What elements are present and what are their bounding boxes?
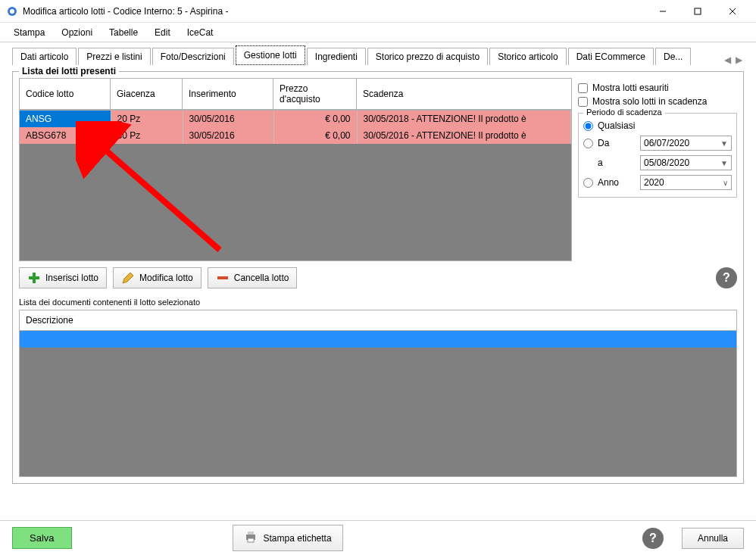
cell-ins: 30/05/2016 [183, 127, 273, 144]
cell-code: ABSG678 [20, 127, 111, 144]
date-from[interactable]: 06/07/2020 ▼ [640, 136, 732, 151]
docs-selected-row[interactable] [20, 331, 736, 348]
print-label-button[interactable]: Stampa etichetta [233, 525, 343, 551]
bottombar: Salva Stampa etichetta ? Annulla [0, 520, 756, 555]
menu-edit[interactable]: Edit [147, 24, 178, 41]
filter-panel: Mostra lotti esauriti Mostra solo lotti … [578, 78, 737, 261]
cell-qty: 20 Pz [111, 111, 183, 127]
tab-scroll-right-icon[interactable]: ▶ [734, 55, 744, 65]
edit-lot-button[interactable]: Modifica lotto [113, 267, 201, 288]
minimize-button[interactable] [645, 0, 680, 23]
titlebar: Modifica articolo lotti - Codice Interno… [0, 0, 756, 23]
close-button[interactable] [715, 0, 750, 23]
insert-lot-button[interactable]: Inserisci lotto [19, 267, 107, 288]
lots-table: Codice lotto Giacenza Inserimento Prezzo… [19, 78, 572, 110]
tab-scroll-left-icon[interactable]: ◀ [723, 55, 733, 65]
svg-rect-9 [217, 276, 228, 279]
window-title: Modifica articolo lotti - Codice Interno… [23, 6, 645, 17]
cell-price: € 0,00 [273, 111, 357, 127]
cell-qty: 30 Pz [111, 127, 183, 144]
tab-ecommerce[interactable]: Dati ECommerce [568, 48, 654, 65]
cell-ins: 30/05/2016 [183, 111, 273, 127]
year-select[interactable]: 2020 ∨ [640, 175, 732, 190]
lots-legend: Lista dei lotti presenti [19, 66, 119, 76]
tab-storico-prezzo[interactable]: Storico prezzo di acquisto [367, 48, 488, 65]
col-giacenza[interactable]: Giacenza [111, 79, 183, 110]
label-any: Qualsiasi [598, 120, 636, 131]
save-button[interactable]: Salva [12, 527, 72, 549]
svg-point-1 [10, 9, 14, 14]
minus-icon [216, 271, 230, 285]
svg-rect-12 [248, 538, 254, 542]
menu-tabelle[interactable]: Tabelle [102, 24, 145, 41]
cell-exp: 30/05/2018 - ATTENZIONE! Il prodotto è [357, 111, 571, 127]
help-button[interactable]: ? [716, 267, 737, 288]
label-to: a [598, 157, 636, 168]
chevron-down-icon: ∨ [723, 179, 728, 187]
label-year: Anno [598, 177, 636, 188]
cell-price: € 0,00 [273, 127, 357, 144]
checkbox-expiring[interactable] [578, 97, 588, 107]
label-from: Da [598, 138, 636, 148]
docs-table: Descrizione [19, 310, 737, 477]
chevron-down-icon: ▼ [720, 139, 728, 148]
svg-rect-7 [29, 276, 39, 279]
maximize-button[interactable] [680, 0, 715, 23]
svg-rect-3 [695, 8, 701, 14]
tab-ingredienti[interactable]: Ingredienti [307, 48, 366, 65]
col-inserimento[interactable]: Inserimento [183, 79, 273, 110]
docs-label: Lista dei documenti contenenti il lotto … [19, 295, 737, 310]
tabbar: Dati articolo Prezzi e listini Foto/Desc… [0, 42, 756, 65]
cancel-button[interactable]: Annulla [682, 528, 744, 549]
menu-icecat[interactable]: IceCat [180, 24, 221, 41]
date-to[interactable]: 05/08/2020 ▼ [640, 155, 732, 170]
tab-dati-articolo[interactable]: Dati articolo [12, 48, 77, 65]
cell-code: ANSG [20, 111, 111, 127]
table-row[interactable]: ANSG 20 Pz 30/05/2016 € 0,00 30/05/2018 … [20, 111, 571, 127]
checkbox-exhausted[interactable] [578, 83, 588, 93]
cell-exp: 30/05/2016 - ATTENZIONE! Il prodotto è [357, 127, 571, 144]
lots-fieldset: Lista dei lotti presenti Codice lotto Gi… [12, 71, 744, 484]
radio-from[interactable] [583, 139, 593, 148]
col-codice[interactable]: Codice lotto [20, 79, 111, 110]
delete-lot-button[interactable]: Cancella lotto [208, 267, 298, 288]
help-button-bottom[interactable]: ? [642, 528, 664, 549]
radio-any[interactable] [583, 121, 593, 131]
tab-prezzi[interactable]: Prezzi e listini [78, 48, 150, 65]
radio-year[interactable] [583, 178, 593, 188]
tab-foto[interactable]: Foto/Descrizioni [152, 48, 234, 65]
pencil-icon [121, 271, 135, 285]
menu-stampa[interactable]: Stampa [6, 24, 52, 41]
svg-rect-11 [248, 532, 254, 535]
col-prezzo[interactable]: Prezzo d'acquisto [273, 79, 357, 110]
chevron-down-icon: ▼ [720, 159, 728, 167]
docs-column-header[interactable]: Descrizione [20, 310, 736, 331]
app-icon [6, 5, 18, 17]
printer-icon [244, 530, 258, 546]
menu-opzioni[interactable]: Opzioni [54, 24, 100, 41]
menubar: Stampa Opzioni Tabelle Edit IceCat [0, 23, 756, 42]
tab-truncated[interactable]: De... [655, 48, 691, 65]
tab-storico-articolo[interactable]: Storico articolo [489, 48, 566, 65]
tab-gestione-lotti[interactable]: Gestione lotti [236, 45, 305, 65]
svg-marker-8 [123, 273, 133, 283]
plus-icon [27, 271, 41, 285]
label-exhausted: Mostra lotti esauriti [592, 83, 669, 93]
period-legend: Periodo di scadenza [583, 108, 665, 117]
label-expiring: Mostra solo lotti in scadenza [592, 96, 707, 107]
table-row[interactable]: ABSG678 30 Pz 30/05/2016 € 0,00 30/05/20… [20, 127, 571, 144]
col-scadenza[interactable]: Scadenza [357, 79, 572, 110]
docs-body [20, 348, 736, 476]
